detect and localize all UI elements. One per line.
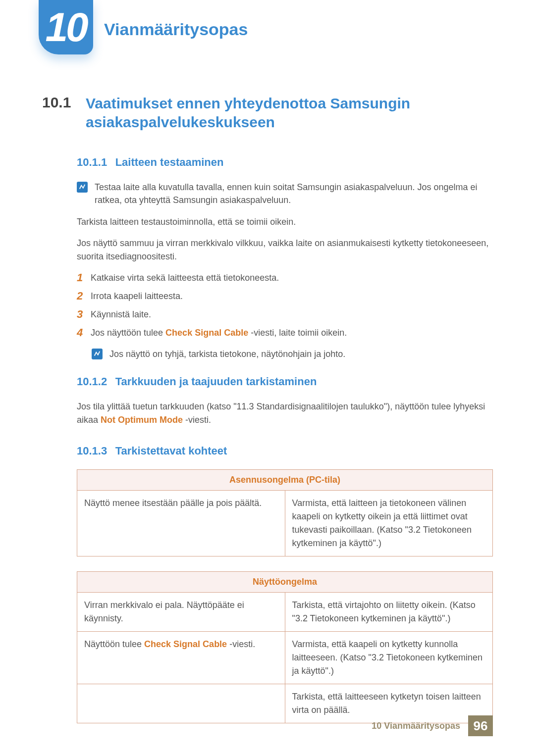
table-cell-left: Virran merkkivalo ei pala. Näyttöpääte e…	[77, 593, 285, 632]
section-title: Vaatimukset ennen yhteydenottoa Samsungi…	[86, 94, 493, 131]
step-number: 3	[77, 308, 91, 321]
subsection-title: Tarkistettavat kohteet	[115, 445, 227, 457]
table-cell-right: Tarkista, että virtajohto on liitetty oi…	[285, 593, 493, 632]
step-text: Katkaise virta sekä laitteesta että tiet…	[91, 271, 279, 285]
subsection-title: Laitteen testaaminen	[115, 156, 224, 168]
subsection-heading: 10.1.1 Laitteen testaaminen	[77, 156, 493, 169]
note-block: Jos näyttö on tyhjä, tarkista tietokone,…	[92, 348, 493, 360]
step-item: 1 Katkaise virta sekä laitteesta että ti…	[77, 271, 493, 285]
issue-table-install: Asennusongelma (PC-tila) Näyttö menee it…	[77, 469, 493, 556]
text-run: Jos näyttöön tulee	[91, 328, 165, 338]
highlight-text: Not Optimum Mode	[101, 415, 183, 425]
step-text: Käynnistä laite.	[91, 308, 151, 321]
subsection-number: 10.1.3	[77, 445, 107, 457]
step-text: Irrota kaapeli laitteesta.	[91, 290, 183, 303]
table-row: Näyttöön tulee Check Signal Cable -viest…	[77, 632, 493, 684]
table-row: Näyttö menee itsestään päälle ja pois pä…	[77, 491, 493, 556]
page-number: 96	[468, 715, 493, 736]
step-item: 3 Käynnistä laite.	[77, 308, 493, 321]
note-icon	[77, 182, 88, 193]
step-list: 1 Katkaise virta sekä laitteesta että ti…	[77, 271, 493, 340]
table-cell-left: Näyttöön tulee Check Signal Cable -viest…	[77, 632, 285, 684]
highlight-text: Check Signal Cable	[165, 328, 248, 338]
text-run: -viesti.	[227, 639, 255, 649]
step-number: 4	[77, 326, 91, 340]
table-header: Näyttöongelma	[77, 572, 493, 593]
section-heading: 10.1 Vaatimukset ennen yhteydenottoa Sam…	[42, 94, 493, 131]
chapter-number: 10	[45, 4, 86, 50]
table-row: Virran merkkivalo ei pala. Näyttöpääte e…	[77, 593, 493, 632]
table-header: Asennusongelma (PC-tila)	[77, 470, 493, 491]
body-paragraph: Tarkista laitteen testaustoiminnolla, et…	[77, 215, 493, 229]
subsection-heading: 10.1.3 Tarkistettavat kohteet	[77, 445, 493, 457]
footer-text: 10 Vianmääritysopas	[372, 721, 460, 731]
step-text: Jos näyttöön tulee Check Signal Cable -v…	[91, 326, 347, 340]
note-text: Jos näyttö on tyhjä, tarkista tietokone,…	[109, 348, 345, 360]
note-block: Testaa laite alla kuvatulla tavalla, enn…	[77, 181, 493, 206]
text-run: Näyttöön tulee	[84, 639, 144, 649]
body-paragraph: Jos näyttö sammuu ja virran merkkivalo v…	[77, 237, 493, 263]
text-run: -viesti.	[183, 415, 211, 425]
page-header: 10 Vianmääritysopas	[0, 0, 535, 64]
subsection-number: 10.1.1	[77, 156, 107, 168]
step-number: 2	[77, 290, 91, 303]
table-cell-left: Näyttö menee itsestään päälle ja pois pä…	[77, 491, 285, 556]
page-footer: 10 Vianmääritysopas 96	[372, 715, 493, 736]
issue-table-display: Näyttöongelma Virran merkkivalo ei pala.…	[77, 571, 493, 723]
body-paragraph: Jos tila ylittää tuetun tarkkuuden (kats…	[77, 400, 493, 427]
subsection-number: 10.1.2	[77, 375, 107, 388]
note-text: Testaa laite alla kuvatulla tavalla, enn…	[95, 181, 493, 206]
content-area: 10.1 Vaatimukset ennen yhteydenottoa Sam…	[0, 64, 535, 723]
table-cell-right: Varmista, että laitteen ja tietokoneen v…	[285, 491, 493, 556]
table-cell-left	[77, 684, 285, 723]
section-number: 10.1	[42, 94, 77, 131]
highlight-text: Check Signal Cable	[144, 639, 227, 649]
chapter-number-box: 10	[39, 0, 93, 54]
step-item: 4 Jos näyttöön tulee Check Signal Cable …	[77, 326, 493, 340]
text-run: -viesti, laite toimii oikein.	[248, 328, 347, 338]
chapter-title: Vianmääritysopas	[104, 20, 248, 39]
subsection-heading: 10.1.2 Tarkkuuden ja taajuuden tarkistam…	[77, 375, 493, 388]
table-cell-right: Varmista, että kaapeli on kytketty kunno…	[285, 632, 493, 684]
subsection-title: Tarkkuuden ja taajuuden tarkistaminen	[115, 375, 317, 388]
step-item: 2 Irrota kaapeli laitteesta.	[77, 290, 493, 303]
note-icon	[92, 349, 103, 359]
step-number: 1	[77, 271, 91, 285]
